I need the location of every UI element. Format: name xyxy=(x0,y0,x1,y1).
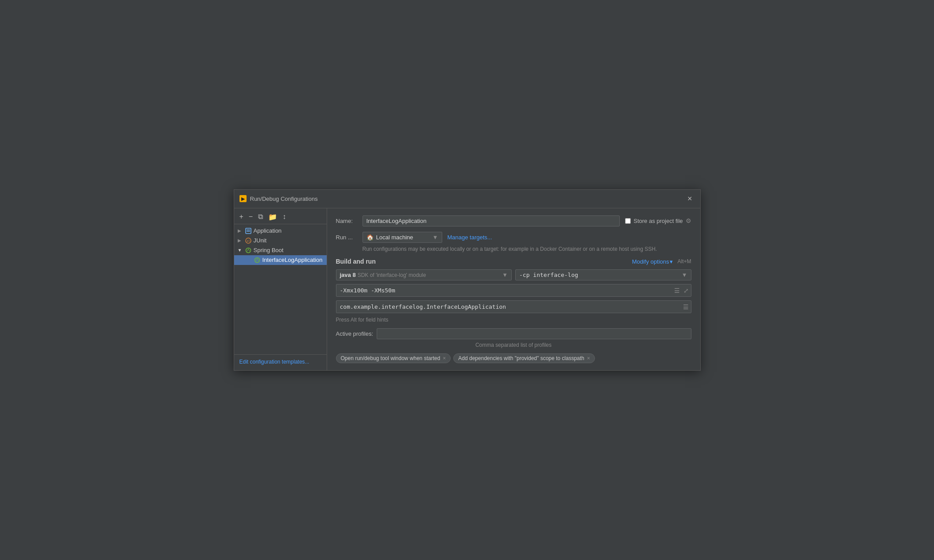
remove-config-button[interactable]: − xyxy=(247,212,255,222)
junit-icon: d) xyxy=(245,237,252,244)
modify-options-chevron-icon: ▾ xyxy=(670,258,673,265)
tag-open-window: Open run/debug tool window when started … xyxy=(336,353,451,363)
edit-templates-link[interactable]: Edit configuration templates... xyxy=(239,359,309,365)
store-project-container: Store as project file ⚙ xyxy=(625,217,691,224)
tree-item-junit[interactable]: ▶ d) JUnit xyxy=(234,236,327,245)
springboot-label: Spring Boot xyxy=(254,247,323,253)
svg-point-6 xyxy=(248,249,249,249)
tags-row: Open run/debug tool window when started … xyxy=(336,353,691,363)
tag-add-deps-label: Add dependencies with "provided" scope t… xyxy=(458,355,584,361)
main-class-row: ☰ xyxy=(336,300,691,313)
modify-options-shortcut: Alt+M xyxy=(677,258,691,265)
cp-label: -cp interface-log xyxy=(519,272,578,278)
sidebar-toolbar: + − ⧉ 📁 ↕ xyxy=(234,210,327,224)
titlebar-left: ▶ Run/Debug Configurations xyxy=(239,195,318,202)
close-button[interactable]: × xyxy=(685,193,695,204)
sdk-chevron-icon: ▼ xyxy=(502,272,508,278)
cp-dropdown[interactable]: -cp interface-log ▼ xyxy=(515,269,691,280)
active-profiles-row: Active profiles: xyxy=(336,328,691,339)
modify-options-container: Modify options ▾ Alt+M xyxy=(632,258,691,265)
copy-config-button[interactable]: ⧉ xyxy=(256,212,265,222)
add-config-button[interactable]: + xyxy=(238,212,245,222)
junit-label: JUnit xyxy=(254,237,323,244)
application-label: Application xyxy=(254,227,323,234)
profiles-hint: Comma separated list of profiles xyxy=(336,342,691,348)
run-row: Run ... 🏠 Local machine ▼ Manage targets… xyxy=(336,232,691,243)
sdk-desc-label: SDK of 'interface-log' module xyxy=(358,272,426,278)
svg-rect-2 xyxy=(247,231,250,232)
tree-item-interfacelogapp[interactable]: ▶ InterfaceLogApplication xyxy=(234,255,327,265)
cp-chevron-icon: ▼ xyxy=(682,272,687,278)
main-class-browse-icon[interactable]: ☰ xyxy=(683,303,689,311)
folder-config-button[interactable]: 📁 xyxy=(266,212,279,222)
main-panel: Name: Store as project file ⚙ Run ... 🏠 … xyxy=(327,208,700,371)
run-target-dropdown[interactable]: 🏠 Local machine ▼ xyxy=(363,232,442,243)
dialog-title: Run/Debug Configurations xyxy=(250,196,318,202)
build-run-header: Build and run Modify options ▾ Alt+M xyxy=(336,258,691,265)
run-target-chevron-icon: ▼ xyxy=(432,234,438,241)
tag-open-window-close[interactable]: × xyxy=(443,356,446,361)
sidebar-footer: Edit configuration templates... xyxy=(234,354,327,368)
arrow-springboot: ▼ xyxy=(238,248,243,253)
springboot-icon xyxy=(245,247,252,254)
vm-options-input[interactable] xyxy=(336,284,691,297)
tag-add-deps: Add dependencies with "provided" scope t… xyxy=(453,353,595,363)
name-label: Name: xyxy=(336,218,363,224)
run-hint: Run configurations may be executed local… xyxy=(363,245,691,253)
run-target-label: Local machine xyxy=(376,234,413,241)
svg-rect-1 xyxy=(247,230,250,230)
run-debug-dialog: ▶ Run/Debug Configurations × + − ⧉ 📁 ↕ ▶ xyxy=(234,189,701,371)
manage-targets-link[interactable]: Manage targets... xyxy=(448,234,492,241)
modify-options-label: Modify options xyxy=(632,258,669,265)
section-title: Build and run xyxy=(336,258,376,265)
tag-add-deps-close[interactable]: × xyxy=(587,356,590,361)
svg-point-8 xyxy=(257,258,258,259)
sdk-cp-row: java 8 SDK of 'interface-log' module ▼ -… xyxy=(336,269,691,280)
application-icon xyxy=(245,227,252,234)
store-project-checkbox[interactable] xyxy=(625,218,631,224)
sdk-dropdown[interactable]: java 8 SDK of 'interface-log' module ▼ xyxy=(336,269,512,280)
home-icon: 🏠 xyxy=(367,234,374,241)
config-tree: ▶ Application ▶ xyxy=(234,224,327,355)
active-profiles-input[interactable] xyxy=(377,328,691,339)
tree-item-application[interactable]: ▶ Application xyxy=(234,226,327,236)
app-icon: ▶ xyxy=(239,195,247,202)
interfacelogapp-label: InterfaceLogApplication xyxy=(262,257,323,263)
sdk-name-label: java 8 xyxy=(340,272,356,278)
sort-config-button[interactable]: ↕ xyxy=(281,212,288,222)
titlebar: ▶ Run/Debug Configurations × xyxy=(234,190,700,208)
config-icon xyxy=(254,257,261,264)
alt-hint: Press Alt for field hints xyxy=(336,317,691,323)
run-label: Run ... xyxy=(336,234,363,241)
arrow-junit: ▶ xyxy=(238,238,243,243)
sidebar: + − ⧉ 📁 ↕ ▶ Applicatio xyxy=(234,208,327,371)
arrow-application: ▶ xyxy=(238,228,243,233)
store-project-label: Store as project file xyxy=(633,218,683,224)
gear-icon[interactable]: ⚙ xyxy=(686,217,691,224)
vm-expand-icon[interactable]: ⤢ xyxy=(683,286,690,295)
vm-list-icon[interactable]: ☰ xyxy=(673,286,681,295)
vm-icons: ☰ ⤢ xyxy=(673,286,690,295)
name-row: Name: Store as project file ⚙ xyxy=(336,215,691,226)
modify-options-link[interactable]: Modify options ▾ xyxy=(632,258,673,265)
dialog-body: + − ⧉ 📁 ↕ ▶ Applicatio xyxy=(234,208,700,371)
svg-text:d): d) xyxy=(247,239,250,243)
tag-open-window-label: Open run/debug tool window when started xyxy=(341,355,440,361)
vm-options-row: ☰ ⤢ xyxy=(336,284,691,297)
tree-item-springboot[interactable]: ▼ Spring Boot xyxy=(234,245,327,255)
active-profiles-label: Active profiles: xyxy=(336,330,374,337)
main-class-input[interactable] xyxy=(336,300,691,313)
name-input[interactable] xyxy=(363,215,620,226)
